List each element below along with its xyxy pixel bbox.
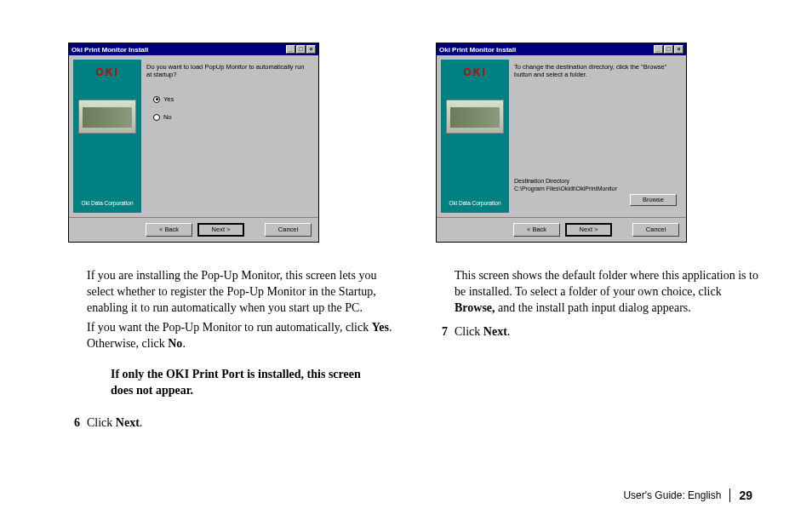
maximize-icon[interactable]: □ (296, 45, 306, 54)
product-image (78, 100, 136, 134)
corporation-label: Oki Data Corporation (81, 200, 133, 206)
dialog-sidebar: OKI Oki Data Corporation (441, 60, 509, 213)
para-default-folder: This screen shows the default folder whe… (455, 268, 761, 317)
radio-yes-label: Yes (163, 95, 174, 103)
button-row: < Back Next > Cancel (437, 217, 686, 242)
destination-label: Destination Directory (514, 178, 677, 184)
prompt-text: Do you want to load PopUp Monitor to aut… (146, 63, 309, 78)
dialog-destination: Oki Print Monitor Install _ □ × OKI Oki … (436, 43, 687, 243)
window-controls: _ □ × (654, 45, 683, 54)
browse-row: Browse (514, 194, 677, 206)
left-column: Oki Print Monitor Install _ □ × OKI Oki … (68, 43, 393, 492)
step-text: Click Next. (455, 325, 510, 339)
dialog-body: OKI Oki Data Corporation To change the d… (437, 55, 686, 217)
dialog-main: To change the destination directory, cli… (509, 60, 682, 213)
note-print-port: If only the OKI Print Port is installed,… (111, 367, 376, 399)
titlebar: Oki Print Monitor Install _ □ × (69, 43, 318, 55)
dialog-title: Oki Print Monitor Install (71, 46, 148, 54)
dialog-main: Do you want to load PopUp Monitor to aut… (141, 60, 314, 213)
page-number: 29 (739, 489, 752, 502)
footer-separator (729, 489, 730, 502)
next-button[interactable]: Next > (565, 223, 612, 237)
button-row: < Back Next > Cancel (69, 217, 318, 242)
titlebar: Oki Print Monitor Install _ □ × (437, 43, 686, 55)
step-number: 6 (68, 416, 80, 430)
prompt-text: To change the destination directory, cli… (514, 63, 677, 78)
dialog-body: OKI Oki Data Corporation Do you want to … (69, 55, 318, 217)
minimize-icon[interactable]: _ (286, 45, 295, 54)
close-icon[interactable]: × (306, 45, 316, 54)
browse-button[interactable]: Browse (630, 194, 677, 206)
page-footer: User's Guide: English 29 (623, 489, 752, 502)
step-7: 7 Click Next. (436, 325, 761, 339)
step-6: 6 Click Next. (68, 416, 393, 430)
radio-no-label: No (163, 113, 172, 121)
destination-path: C:\Program Files\Okidt\OkiPrintMonitor (514, 186, 677, 192)
cancel-button[interactable]: Cancel (265, 223, 312, 237)
para-install-popup: If you are installing the Pop-Up Monitor… (87, 268, 393, 317)
window-controls: _ □ × (286, 45, 316, 54)
maximize-icon[interactable]: □ (664, 45, 673, 54)
page: Oki Print Monitor Install _ □ × OKI Oki … (0, 0, 812, 526)
dialog-title: Oki Print Monitor Install (439, 46, 516, 54)
oki-logo: OKI (95, 66, 118, 78)
dialog-startup: Oki Print Monitor Install _ □ × OKI Oki … (68, 43, 319, 243)
oki-logo: OKI (463, 66, 486, 78)
radio-group: Yes No (153, 95, 309, 121)
next-button[interactable]: Next > (197, 223, 244, 237)
close-icon[interactable]: × (674, 45, 683, 54)
dialog-sidebar: OKI Oki Data Corporation (73, 60, 141, 213)
right-column: Oki Print Monitor Install _ □ × OKI Oki … (436, 43, 761, 492)
para-auto-run: If you want the Pop-Up Monitor to run au… (87, 320, 393, 352)
destination-block: Destination Directory C:\Program Files\O… (514, 178, 677, 206)
radio-yes[interactable] (153, 96, 160, 103)
minimize-icon[interactable]: _ (654, 45, 663, 54)
radio-no[interactable] (153, 114, 160, 121)
product-image (446, 100, 504, 134)
back-button[interactable]: < Back (146, 223, 192, 237)
cancel-button[interactable]: Cancel (632, 223, 679, 237)
radio-yes-row[interactable]: Yes (153, 95, 309, 103)
back-button[interactable]: < Back (513, 223, 560, 237)
step-number: 7 (436, 325, 448, 339)
corporation-label: Oki Data Corporation (449, 200, 500, 206)
step-text: Click Next. (87, 416, 142, 430)
footer-label: User's Guide: English (623, 489, 721, 501)
radio-no-row[interactable]: No (153, 113, 309, 121)
